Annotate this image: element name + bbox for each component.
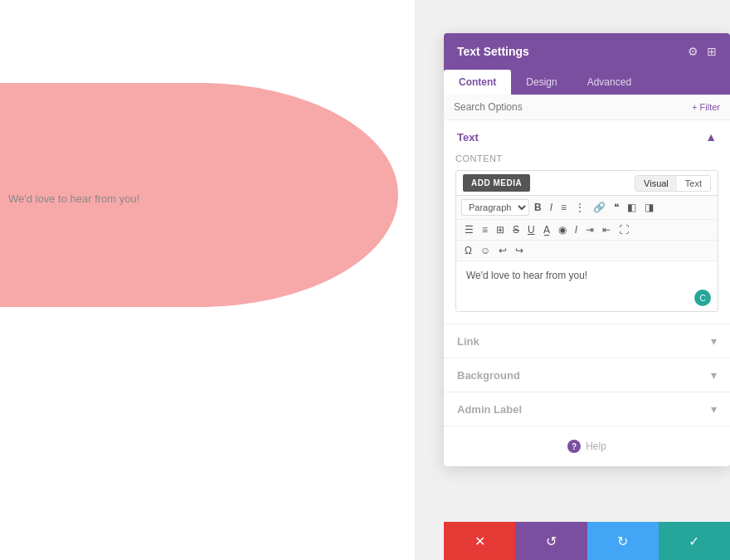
editor-text[interactable]: We'd love to hear from you! [466,270,708,281]
section-admin-label-title: Admin Label [457,403,522,416]
chevron-down-icon-2: ▾ [711,368,717,382]
toggle-visual-button[interactable]: Visual [635,176,677,191]
bold-button[interactable]: B [531,201,545,214]
align-right-button[interactable]: ◨ [641,201,657,214]
section-text: Text ▲ Content ADD MEDIA Visual Text [444,120,730,324]
section-link-title: Link [457,335,479,348]
settings-panel: Text Settings ⚙ ⊞ Content Design Advance… [444,33,730,466]
special-button[interactable]: ◉ [555,223,570,236]
filter-button[interactable]: + Filter [692,102,720,112]
section-link: Link ▾ [444,324,730,358]
help-icon: ? [567,440,581,453]
emoji-button[interactable]: ☺ [477,244,494,257]
toggle-text-button[interactable]: Text [677,176,710,191]
ul-button[interactable]: ≡ [557,201,570,214]
strikethrough-button[interactable]: S [509,223,523,236]
toolbar-row-1: Paragraph B I ≡ ⋮ 🔗 ❝ ◧ ◨ [456,196,718,220]
underline-button[interactable]: U [524,223,538,236]
canvas-area: We'd love to hear from you! [0,0,415,560]
search-input[interactable] [454,101,692,113]
panel-header-icons: ⚙ ⊞ [688,45,717,58]
redo-editor-button[interactable]: ↪ [512,244,527,257]
section-background: Background ▾ [444,358,730,392]
tab-advanced[interactable]: Advanced [572,70,646,95]
section-link-header[interactable]: Link ▾ [444,324,730,358]
align-center-button[interactable]: ☰ [461,223,477,236]
help-section: ? Help [444,426,730,466]
chevron-down-icon: ▾ [711,334,717,348]
toolbar-row-2: ☰ ≡ ⊞ S U A̲ ◉ I ⇥ ⇤ ⛶ [456,220,718,241]
bottom-bar: ✕ ↺ ↻ ✓ [444,522,730,560]
toolbar-row-3: Ω ☺ ↩ ↪ [456,241,718,261]
paragraph-select[interactable]: Paragraph [461,199,529,216]
editor-bottom-icon: C [694,290,711,306]
editor-content-area[interactable]: 1 We'd love to hear from you! C [456,261,718,311]
tab-content[interactable]: Content [444,70,511,95]
panel-body: Text ▲ Content ADD MEDIA Visual Text [444,120,730,466]
align-left-button[interactable]: ◧ [624,201,640,214]
add-media-button[interactable]: ADD MEDIA [463,174,530,192]
color-button[interactable]: A̲ [540,223,553,236]
canvas-text: We'd love to hear from you! [0,192,139,205]
section-admin-label-header[interactable]: Admin Label ▾ [444,392,730,426]
align-justify-button[interactable]: ≡ [479,223,491,236]
section-background-header[interactable]: Background ▾ [444,358,730,392]
content-label: Content [455,153,718,163]
redo-button[interactable]: ↻ [587,522,659,560]
section-text-header[interactable]: Text ▲ [444,120,730,153]
undo-editor-button[interactable]: ↩ [495,244,510,257]
tabs: Content Design Advanced [444,70,730,95]
editor-wrapper: ADD MEDIA Visual Text Paragraph B I ≡ [455,170,718,312]
section-background-title: Background [457,369,520,382]
section-text-title: Text [457,131,479,144]
link-button[interactable]: 🔗 [590,201,609,214]
save-button[interactable]: ✓ [659,522,730,560]
outdent-button[interactable]: ⇤ [599,223,614,236]
undo-button[interactable]: ↺ [515,522,586,560]
table-button[interactable]: ⊞ [493,223,508,236]
settings-icon[interactable]: ⚙ [688,45,698,58]
cancel-button[interactable]: ✕ [444,522,515,560]
fullscreen-button[interactable]: ⛶ [616,223,632,236]
omega-button[interactable]: Ω [461,244,475,257]
chevron-up-icon: ▲ [705,130,717,144]
quote-button[interactable]: ❝ [611,201,622,214]
ol-button[interactable]: ⋮ [572,201,588,214]
layout-icon[interactable]: ⊞ [707,45,717,58]
panel-title: Text Settings [457,45,529,58]
editor-toggle: Visual Text [635,175,711,192]
search-bar: + Filter [444,95,730,120]
indent-button[interactable]: ⇥ [582,223,597,236]
panel-header: Text Settings ⚙ ⊞ [444,33,730,70]
tab-design[interactable]: Design [511,70,572,95]
help-label[interactable]: Help [586,441,606,452]
chevron-down-icon-3: ▾ [711,402,717,416]
editor-top-bar: ADD MEDIA Visual Text [456,171,718,196]
section-admin-label: Admin Label ▾ [444,392,730,426]
section-text-content: Content ADD MEDIA Visual Text Paragraph [444,153,730,324]
italic-button[interactable]: I [547,201,556,214]
italic2-button[interactable]: I [572,223,581,236]
